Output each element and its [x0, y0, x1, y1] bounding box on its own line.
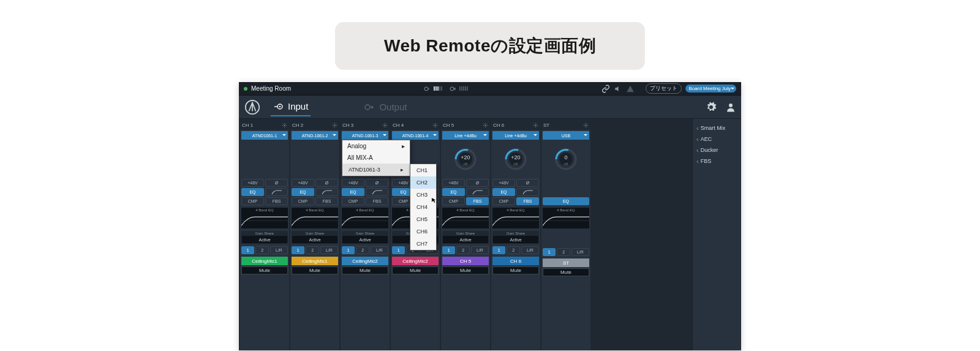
submenu-item[interactable]: CH2	[410, 176, 436, 189]
channel-name[interactable]: CeilingMic1	[241, 257, 288, 265]
lr-button[interactable]: L/R	[320, 246, 338, 254]
gear-icon[interactable]	[382, 123, 388, 128]
tab-input[interactable]: Input	[271, 97, 311, 116]
mute-button[interactable]: Mute	[241, 266, 288, 274]
dropdown-item-analog[interactable]: Analog▸	[342, 140, 410, 152]
lr-button[interactable]: L/R	[571, 248, 589, 256]
preset-value[interactable]: Board Meeting July	[685, 85, 736, 92]
dropdown-item-atnd[interactable]: ATND1061-3▸ CH1CH2CH3CH4CH5CH6CH7	[342, 164, 410, 176]
bus2-button[interactable]: 2	[507, 246, 519, 254]
eq-button[interactable]: EQ	[543, 197, 589, 205]
mute-button[interactable]: Mute	[342, 266, 388, 274]
lr-button[interactable]: L/R	[371, 246, 388, 254]
fbs-button[interactable]: FBS	[315, 197, 338, 205]
gear-icon[interactable]	[483, 123, 488, 128]
eq-button[interactable]: EQ	[241, 188, 264, 196]
channel-source-select[interactable]: ATND-1061-2	[292, 131, 338, 140]
gain-share-value[interactable]: Active	[292, 236, 337, 243]
channel-name[interactable]: CH 5	[442, 257, 489, 265]
gain-share-value[interactable]: Active	[493, 236, 538, 243]
gear-icon[interactable]	[332, 123, 337, 128]
lr-button[interactable]: L/R	[471, 246, 489, 254]
channel-name[interactable]: CeilingMic2	[342, 257, 388, 265]
eq-graph[interactable]: 4 Band EQ	[492, 208, 539, 228]
bus1-button[interactable]: 1	[241, 246, 254, 254]
bus2-button[interactable]: 2	[456, 246, 469, 254]
channel-name[interactable]: CeilingMic2	[392, 257, 439, 265]
gain-share-value[interactable]: Active	[342, 236, 388, 243]
phantom-button[interactable]: +48V	[442, 179, 465, 187]
channel-name[interactable]: ST	[543, 259, 589, 267]
eq-button[interactable]: EQ	[492, 188, 515, 196]
channel-source-select[interactable]: Line +4dBu	[492, 131, 539, 140]
channel-source-select[interactable]: ATND1061-1	[241, 131, 288, 140]
bus1-button[interactable]: 1	[492, 246, 505, 254]
mute-button[interactable]: Mute	[442, 266, 489, 274]
tab-output[interactable]: Output	[362, 98, 409, 116]
eq-graph[interactable]: 4 Band EQ	[342, 208, 388, 228]
submenu-item[interactable]: CH1	[410, 164, 436, 176]
channel-name[interactable]: CH 6	[492, 257, 539, 265]
channel-source-select[interactable]: ATND-1061-3	[342, 131, 388, 140]
phantom-button[interactable]: +48V	[492, 179, 515, 187]
gain-share-value[interactable]: Active	[242, 236, 287, 243]
gear-icon[interactable]	[706, 102, 717, 113]
bus2-button[interactable]: 2	[255, 246, 268, 254]
hpf-button[interactable]	[466, 188, 489, 196]
phantom-button[interactable]: +48V	[241, 179, 264, 187]
submenu-item[interactable]: CH7	[410, 238, 436, 250]
lr-button[interactable]: L/R	[521, 246, 539, 254]
sidebar-item-aec[interactable]: AEC	[695, 134, 739, 145]
sidebar-item-ducker[interactable]: Ducker	[695, 145, 739, 156]
dropdown-item-allmixa[interactable]: All MIX-A	[342, 152, 410, 164]
phase-button[interactable]: Ø	[366, 179, 388, 187]
phantom-button[interactable]: +48V	[292, 179, 314, 187]
source-dropdown[interactable]: Analog▸ All MIX-A ATND1061-3▸ CH1CH2CH3C…	[342, 140, 410, 176]
channel-name[interactable]: CeilingMic1	[292, 257, 338, 265]
bus1-button[interactable]: 1	[442, 246, 455, 254]
submenu-item[interactable]: CH6	[410, 225, 436, 238]
lr-button[interactable]: L/R	[270, 246, 288, 254]
comp-button[interactable]: CMP	[342, 197, 364, 205]
gear-icon[interactable]	[533, 123, 538, 128]
bus2-button[interactable]: 2	[306, 246, 318, 254]
channel-source-select[interactable]: USB	[543, 131, 589, 140]
phase-button[interactable]: Ø	[265, 179, 288, 187]
phase-button[interactable]: Ø	[516, 179, 539, 187]
bus1-button[interactable]: 1	[543, 248, 556, 256]
gain-knob[interactable]: +20 dB	[441, 141, 490, 178]
phase-button[interactable]: Ø	[466, 179, 489, 187]
channel-source-select[interactable]: Line +4dBu	[442, 131, 489, 140]
submenu-item[interactable]: CH5	[410, 213, 436, 225]
submenu-item[interactable]: CH3	[410, 189, 436, 201]
gain-share-value[interactable]: Active	[443, 236, 488, 243]
submenu-item[interactable]: CH4	[410, 201, 436, 213]
mute-button[interactable]: Mute	[492, 266, 539, 274]
preset-selector[interactable]: プリセット Board Meeting July	[646, 83, 736, 94]
bus1-button[interactable]: 1	[342, 246, 355, 254]
hpf-button[interactable]	[516, 188, 539, 196]
comp-button[interactable]: CMP	[241, 197, 264, 205]
comp-button[interactable]: CMP	[292, 197, 314, 205]
gain-knob[interactable]: +20 dB	[491, 141, 540, 178]
channel-source-select[interactable]: ATND-1061-4	[392, 131, 439, 140]
speaker-icon[interactable]	[614, 85, 622, 93]
hpf-button[interactable]	[265, 188, 288, 196]
hpf-button[interactable]	[366, 188, 388, 196]
phase-button[interactable]: Ø	[315, 179, 338, 187]
gear-icon[interactable]	[432, 123, 438, 128]
fbs-button[interactable]: FBS	[265, 197, 288, 205]
sidebar-item-fbs[interactable]: FBS	[695, 156, 739, 167]
eq-button[interactable]: EQ	[292, 188, 314, 196]
bus1-button[interactable]: 1	[292, 246, 304, 254]
fbs-button[interactable]: FBS	[366, 197, 388, 205]
gain-knob[interactable]: 0 dB	[541, 141, 590, 178]
eq-graph[interactable]: 4 Band EQ	[442, 208, 489, 228]
bus1-button[interactable]: 1	[392, 246, 405, 254]
eq-button[interactable]: EQ	[342, 188, 364, 196]
bus2-button[interactable]: 2	[356, 246, 369, 254]
mute-button[interactable]: Mute	[392, 266, 439, 274]
hpf-button[interactable]	[315, 188, 338, 196]
eq-graph[interactable]: 4 Band EQ	[292, 208, 338, 228]
eq-graph[interactable]: 4 Band EQ	[543, 208, 589, 228]
